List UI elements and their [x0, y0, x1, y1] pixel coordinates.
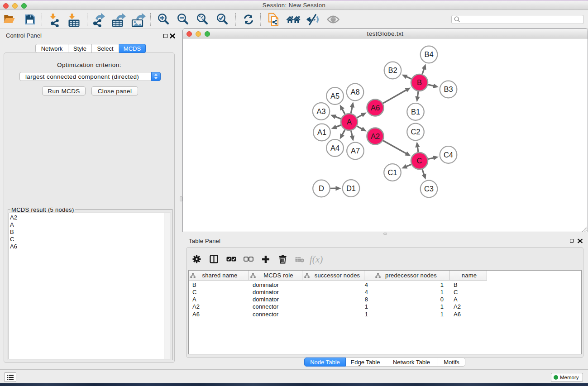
svg-text:C1: C1: [387, 168, 397, 176]
svg-text:A8: A8: [350, 88, 359, 96]
svg-text:C3: C3: [424, 185, 434, 193]
svg-text:A6: A6: [371, 104, 380, 112]
svg-text:A5: A5: [330, 92, 339, 100]
svg-text:A7: A7: [351, 147, 360, 155]
svg-text:C2: C2: [411, 128, 420, 136]
svg-text:C4: C4: [444, 151, 453, 159]
svg-text:A1: A1: [317, 128, 326, 136]
svg-text:A2: A2: [371, 132, 380, 140]
svg-text:A4: A4: [330, 144, 339, 152]
svg-text:A3: A3: [316, 107, 325, 115]
svg-text:B2: B2: [388, 66, 397, 74]
svg-text:B1: B1: [411, 108, 420, 116]
svg-text:D1: D1: [346, 184, 356, 192]
svg-text:D: D: [319, 184, 324, 192]
svg-text:B3: B3: [444, 85, 453, 93]
svg-text:B: B: [417, 78, 422, 86]
svg-text:C: C: [417, 157, 422, 165]
svg-text:A: A: [347, 118, 352, 126]
svg-text:B4: B4: [424, 50, 433, 58]
